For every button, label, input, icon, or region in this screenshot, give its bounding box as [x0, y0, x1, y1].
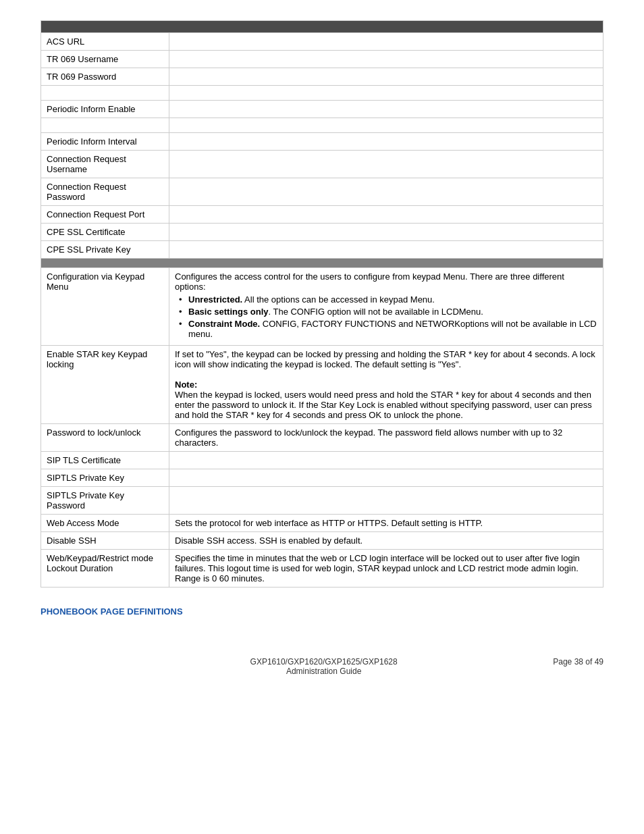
row-label: Connection Request Username	[41, 151, 169, 178]
table-row: CPE SSL Private Key	[41, 241, 603, 259]
note-body: When the keypad is locked, users would n…	[175, 390, 597, 420]
row-desc	[169, 133, 603, 151]
table-row: CPE SSL Certificate	[41, 224, 603, 241]
empty-cell	[41, 86, 169, 101]
table-row: Connection Request Port	[41, 206, 603, 224]
bold-text: Unrestricted.	[188, 294, 242, 305]
row-label: SIP TLS Certificate	[41, 452, 169, 469]
table-row: Periodic Inform Enable	[41, 101, 603, 118]
row-desc	[169, 241, 603, 259]
row-label: Periodic Inform Interval	[41, 133, 169, 151]
table-row: Enable STAR key Keypad locking If set to…	[41, 346, 603, 424]
main-table: ACS URL TR 069 Username TR 069 Password …	[41, 20, 603, 588]
table-row: SIP TLS Certificate	[41, 452, 603, 469]
row-label: SIPTLS Private Key	[41, 469, 169, 487]
table-row: Connection Request Password	[41, 178, 603, 206]
footer-page: Page 38 of 49	[553, 657, 603, 667]
table-row: SIPTLS Private Key Password	[41, 487, 603, 515]
row-label: Periodic Inform Enable	[41, 101, 169, 118]
footer: GXP1610/GXP1620/GXP1625/GXP1628 Administ…	[41, 657, 603, 676]
table-row: TR 069 Username	[41, 51, 603, 68]
row-desc	[169, 206, 603, 224]
footer-line1: GXP1610/GXP1620/GXP1625/GXP1628	[95, 657, 553, 667]
row-label: SIPTLS Private Key Password	[41, 487, 169, 515]
empty-cell	[41, 118, 169, 133]
row-label: Web/Keypad/Restrict mode Lockout Duratio…	[41, 550, 169, 588]
row-desc	[169, 452, 603, 469]
row-desc	[169, 68, 603, 86]
row-desc: Configures the access control for the us…	[169, 268, 603, 346]
empty-cell	[169, 118, 603, 133]
row-desc	[169, 51, 603, 68]
row-label: Configuration via Keypad Menu	[41, 268, 169, 346]
list-item: Constraint Mode. CONFIG, FACTORY FUNCTIO…	[175, 319, 597, 339]
note-title: Note:	[175, 380, 597, 390]
row-desc	[169, 224, 603, 241]
section-header-row	[41, 21, 603, 33]
table-row: Web/Keypad/Restrict mode Lockout Duratio…	[41, 550, 603, 588]
row-desc	[169, 33, 603, 51]
list-item: Unrestricted. All the options can be acc…	[175, 294, 597, 305]
table-row: TR 069 Password	[41, 68, 603, 86]
row-desc: Disable SSH access. SSH is enabled by de…	[169, 532, 603, 550]
row-desc: Sets the protocol for web interface as H…	[169, 515, 603, 532]
section-divider-row	[41, 259, 603, 268]
table-row: Disable SSH Disable SSH access. SSH is e…	[41, 532, 603, 550]
row-desc	[169, 101, 603, 118]
row-desc	[169, 178, 603, 206]
table-row: Periodic Inform Interval	[41, 133, 603, 151]
table-row: Configuration via Keypad Menu Configures…	[41, 268, 603, 346]
row-label: Connection Request Password	[41, 178, 169, 206]
table-row: Web Access Mode Sets the protocol for we…	[41, 515, 603, 532]
table-row: Password to lock/unlock Configures the p…	[41, 424, 603, 452]
bullet-list: Unrestricted. All the options can be acc…	[175, 294, 597, 339]
row-label: ACS URL	[41, 33, 169, 51]
section-divider-cell	[41, 259, 603, 268]
empty-cell	[169, 86, 603, 101]
row-desc	[169, 487, 603, 515]
bold-text: Basic settings only	[188, 307, 268, 317]
row-desc: If set to "Yes", the keypad can be locke…	[169, 346, 603, 424]
row-label: Password to lock/unlock	[41, 424, 169, 452]
row-label: TR 069 Password	[41, 68, 169, 86]
desc-main: If set to "Yes", the keypad can be locke…	[175, 349, 597, 369]
row-label: Disable SSH	[41, 532, 169, 550]
note-bold: Note:	[175, 380, 197, 390]
footer-line2: Administration Guide	[95, 667, 553, 676]
empty-row	[41, 118, 603, 133]
section-header-cell	[41, 21, 603, 33]
row-label: Enable STAR key Keypad locking	[41, 346, 169, 424]
table-row: ACS URL	[41, 33, 603, 51]
empty-row	[41, 86, 603, 101]
row-desc: Specifies the time in minutes that the w…	[169, 550, 603, 588]
row-label: Connection Request Port	[41, 206, 169, 224]
row-label: CPE SSL Certificate	[41, 224, 169, 241]
phonebook-link[interactable]: PHONEBOOK PAGE DEFINITIONS	[41, 606, 603, 617]
row-desc: Configures the password to lock/unlock t…	[169, 424, 603, 452]
row-label: Web Access Mode	[41, 515, 169, 532]
row-label: TR 069 Username	[41, 51, 169, 68]
list-item: Basic settings only. The CONFIG option w…	[175, 307, 597, 317]
desc-intro: Configures the access control for the us…	[175, 271, 564, 292]
footer-center: GXP1610/GXP1620/GXP1625/GXP1628 Administ…	[95, 657, 553, 676]
row-desc	[169, 469, 603, 487]
row-desc	[169, 151, 603, 178]
bold-text: Constraint Mode.	[188, 319, 260, 329]
table-row: Connection Request Username	[41, 151, 603, 178]
table-row: SIPTLS Private Key	[41, 469, 603, 487]
row-label: CPE SSL Private Key	[41, 241, 169, 259]
